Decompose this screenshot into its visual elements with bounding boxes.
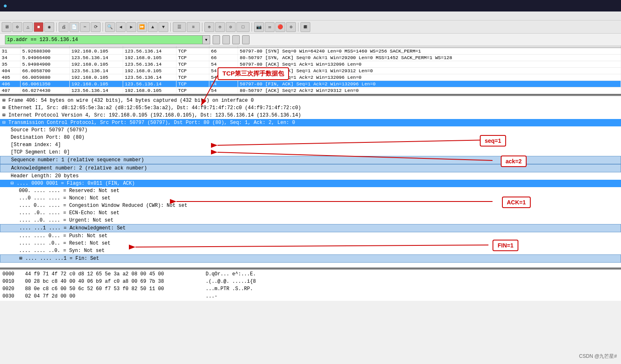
cell-len: 54 xyxy=(209,61,238,67)
detail-line: .... ...1 .... = Acknowledgment: Set xyxy=(0,224,621,232)
toolbar-file-btn[interactable]: 📄 xyxy=(69,22,79,32)
clear-btn[interactable] xyxy=(222,35,230,44)
packet-row[interactable]: 35 5.94984900 192.168.0.105 123.56.136.1… xyxy=(0,61,621,68)
annotation-ack2: ack=2 xyxy=(501,156,527,167)
detail-line: Acknowledgment number: 2 (relative ack n… xyxy=(0,164,621,172)
toolbar-extra-btn[interactable]: 🔳 xyxy=(300,22,310,32)
hex-ascii: ...m.PTR .S..RP. xyxy=(206,285,253,293)
cell-dst: 192.168.0.105 xyxy=(123,68,176,74)
cell-len: 66 xyxy=(209,48,238,54)
cell-len: 54 xyxy=(209,87,238,94)
menu-edit[interactable] xyxy=(8,15,15,17)
hex-row: 0020 88 0e c8 c6 00 50 6c 52 60 f7 53 f0… xyxy=(2,285,619,293)
toolbar-zoom-reset-btn[interactable]: □ xyxy=(236,22,250,32)
packet-row[interactable]: 34 5.94966400 123.56.136.14 192.168.0.10… xyxy=(0,55,621,61)
col-time xyxy=(21,46,70,48)
menu-analyze[interactable] xyxy=(34,15,41,17)
toolbar-search-btn[interactable]: 🔍 xyxy=(105,22,115,32)
detail-line[interactable]: ⊞ Frame 406: 54 bytes on wire (432 bits)… xyxy=(0,97,621,104)
toolbar-close-btn[interactable]: △ xyxy=(23,22,33,32)
cell-time: 66.0059880 xyxy=(21,74,70,80)
packet-list: 31 5.92688300 192.168.0.105 123.56.136.1… xyxy=(0,46,621,95)
menu-help[interactable] xyxy=(67,15,74,17)
cell-info: 50797-80 [FIN, ACK] Seq=1 Ack=2 Win=1320… xyxy=(238,81,621,87)
toolbar-reload-btn[interactable]: ◉ xyxy=(44,22,54,32)
cell-info: 50797-80 [ACK] Seq=1 Ack=2 Win=132096 Le… xyxy=(238,74,621,80)
cell-proto: TCP xyxy=(176,55,209,61)
cell-no: 405 xyxy=(0,74,21,80)
packet-row[interactable]: 407 66.0274430 123.56.136.14 192.168.0.1… xyxy=(0,87,621,94)
toolbar-zoom-fit-btn[interactable]: ⊙ xyxy=(226,22,236,32)
toolbar-zoom-out-btn[interactable]: ⊖ xyxy=(215,22,225,32)
toolbar-check-btn[interactable]: ☰ xyxy=(173,22,186,32)
toolbar-back-btn[interactable]: ◀ xyxy=(116,22,126,32)
cell-len: 54 xyxy=(209,81,238,87)
toolbar-fwd-btn[interactable]: ▶ xyxy=(126,22,136,32)
menu-go[interactable] xyxy=(21,15,28,17)
toolbar-open-btn[interactable]: ⚙ xyxy=(12,22,22,32)
toolbar-camera-btn[interactable]: 📷 xyxy=(254,22,264,32)
hex-pane: 0000 44 f9 71 4f 72 c0 d8 12 65 5e 3a a2… xyxy=(0,270,621,301)
toolbar-dn-btn[interactable]: ▼ xyxy=(158,22,168,32)
packet-row[interactable]: 31 5.92688300 192.168.0.105 123.56.136.1… xyxy=(0,48,621,55)
toolbar-print-btn[interactable]: 🖨 xyxy=(59,22,69,32)
packet-row[interactable]: 405 66.0059880 192.168.0.105 123.56.136.… xyxy=(0,74,621,81)
toolbar-cut-btn[interactable]: ✂ xyxy=(80,22,90,32)
col-len xyxy=(209,46,238,48)
menu-capture[interactable] xyxy=(28,15,34,17)
hex-bytes: 02 04 7f 2d 00 00 xyxy=(25,293,197,300)
detail-line[interactable]: ⊞ Ethernet II, Src: d8:12:65:5e:3a:a2 (d… xyxy=(0,104,621,112)
toolbar-list-btn[interactable]: ≡ xyxy=(187,22,200,32)
detail-line[interactable]: ⊞ Internet Protocol Version 4, Src: 192.… xyxy=(0,112,621,119)
menu-telephony[interactable] xyxy=(48,15,54,17)
annotation-fin1: FIN=1 xyxy=(493,240,518,251)
packet-rows-container: 31 5.92688300 192.168.0.105 123.56.136.1… xyxy=(0,48,621,94)
toolbar-save-btn[interactable]: ■ xyxy=(34,22,44,32)
packet-row[interactable]: 404 66.0058700 123.56.136.14 192.168.0.1… xyxy=(0,68,621,74)
toolbar-zoom-in-btn[interactable]: ⊕ xyxy=(204,22,214,32)
detail-line: Header Length: 20 bytes xyxy=(0,172,621,180)
apply-btn[interactable] xyxy=(232,35,240,44)
toolbar-info-btn[interactable]: 🔴 xyxy=(275,22,285,32)
detail-line[interactable]: ⊟ .... 0000 0001 = Flags: 0x011 (FIN, AC… xyxy=(0,180,621,187)
cell-no: 406 xyxy=(0,81,21,87)
menu-view[interactable] xyxy=(15,15,21,17)
detail-line[interactable]: ⊟ Transmission Control Protocol, Src Por… xyxy=(0,119,621,126)
toolbar-up-btn[interactable]: ▲ xyxy=(148,22,158,32)
expression-btn[interactable] xyxy=(213,35,220,44)
cell-dst: 192.168.0.105 xyxy=(123,55,176,61)
packet-row[interactable]: 406 66.0061350 192.168.0.105 123.56.136.… xyxy=(0,81,621,87)
col-no xyxy=(0,46,21,48)
detail-line: .... ..0. .... = Urgent: Not set xyxy=(0,217,621,224)
save-btn[interactable] xyxy=(242,35,250,44)
cell-src: 192.168.0.105 xyxy=(70,81,123,87)
detail-line[interactable]: ⊞ .... .... ...1 = Fin: Set xyxy=(0,254,621,263)
menu-statistics[interactable] xyxy=(41,15,48,17)
app-icon: ● xyxy=(3,2,7,9)
toolbar-copy-btn[interactable]: ⟳ xyxy=(91,22,101,32)
menu-internals[interactable] xyxy=(61,15,67,17)
cell-proto: TCP xyxy=(176,61,209,67)
toolbar-settings-btn[interactable]: ✉ xyxy=(265,22,275,32)
menu-file[interactable] xyxy=(2,15,8,17)
hex-ascii: ...- xyxy=(206,293,218,300)
cell-no: 404 xyxy=(0,68,21,74)
hex-bytes: 88 0e c8 c6 00 50 6c 52 60 f7 53 f0 82 5… xyxy=(25,285,197,293)
cell-src: 192.168.0.105 xyxy=(70,48,123,54)
filter-input[interactable] xyxy=(5,35,203,44)
cell-dst: 123.56.136.14 xyxy=(123,74,176,80)
hex-ascii: .(..@.@. .....i{8 xyxy=(206,278,256,285)
cell-src: 192.168.0.105 xyxy=(70,61,123,67)
menu-tools[interactable] xyxy=(54,15,61,17)
cell-info: 50797-80 [SYN] Seq=0 Win=64240 Len=0 MSS… xyxy=(238,48,621,54)
detail-line: .... .... .0.. = Reset: Not set xyxy=(0,240,621,247)
cell-time: 66.0058700 xyxy=(21,68,70,74)
cell-info: 80-50797 [ACK] Seq=2 Ack=2 Win=29312 Len… xyxy=(238,87,621,94)
detail-lines-container: ⊞ Frame 406: 54 bytes on wire (432 bits)… xyxy=(0,97,621,263)
cell-no: 35 xyxy=(0,61,21,67)
filter-input-container: ▼ xyxy=(5,35,210,44)
toolbar-gear-btn[interactable]: ⚙ xyxy=(286,22,296,32)
toolbar-new-btn[interactable]: 🖥 xyxy=(2,22,11,32)
filter-dropdown-btn[interactable]: ▼ xyxy=(203,35,210,44)
toolbar-jump-btn[interactable]: ⏩ xyxy=(137,22,147,32)
